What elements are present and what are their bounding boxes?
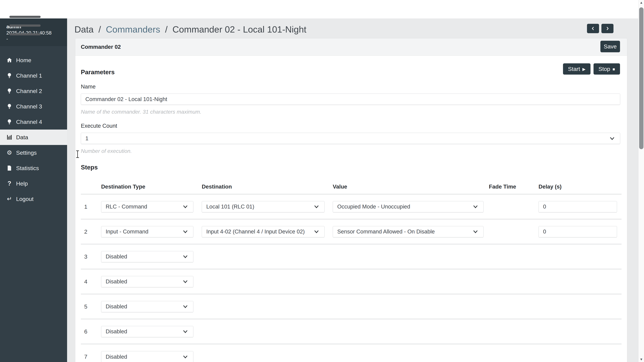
destination-select[interactable]: Local 101 (RLC 01) [202,201,324,212]
delay-input[interactable] [538,201,617,212]
bulb-icon [6,103,13,110]
steps-heading: Steps [81,164,622,171]
sidebar: admin 2025-04-20 21:40:58 - Home Channel… [0,18,67,362]
chevron-down-icon [473,230,478,233]
col-fade-time: Fade Time [484,184,538,190]
chevron-down-icon [183,280,188,283]
sidebar-item-channel-3[interactable]: Channel 3 [0,99,67,114]
col-destination: Destination [202,184,324,190]
sidebar-item-help[interactable]: ? Help [0,176,67,191]
chevron-down-icon [183,355,188,359]
prev-button[interactable] [587,24,599,33]
app-root: admin 2025-04-20 21:40:58 - Home Channel… [0,0,644,362]
sidebar-item-home[interactable]: Home [0,52,67,68]
breadcrumb-separator: / [96,24,103,34]
execute-count-select[interactable]: 1 [81,133,620,144]
step-row: 4 Disabled [81,269,622,294]
chevron-down-icon [314,230,319,233]
step-number: 1 [81,203,101,210]
parameters-heading: Parameters [81,56,622,76]
destination-type-select[interactable]: Disabled [101,276,193,287]
breadcrumb: Data / Commanders / Commander 02 - Local… [74,24,306,34]
steps-header-row: Destination Type Destination Value Fade … [81,179,622,194]
sidebar-item-data[interactable]: Data [0,130,67,145]
return-icon: ↵ [6,196,13,202]
hamburger-icon[interactable] [10,16,40,36]
user-extra: - [6,36,67,42]
gear-icon: ⚙ [6,149,13,156]
name-label: Name [81,83,622,90]
commander-card: Commander 02 Save Start▶ Stop■ Parameter… [75,38,627,362]
step-number: 2 [81,228,101,235]
sidebar-item-channel-4[interactable]: Channel 4 [0,114,67,130]
text-cursor [76,150,79,158]
sidebar-item-channel-1[interactable]: Channel 1 [0,68,67,83]
execute-count-label: Execute Count [81,123,622,129]
save-button[interactable]: Save [600,41,620,52]
chevron-down-icon [473,205,478,209]
destination-type-select[interactable]: Disabled [101,251,193,262]
scroll-up-icon[interactable]: ▲ [638,1,644,4]
sidebar-nav: Home Channel 1 Channel 2 Channel 3 Chann… [0,46,67,207]
steps-rows: 1 RLC - Command Local 101 (RLC 01) Occup… [81,194,622,362]
card-body: Start▶ Stop■ Parameters Name Name of the… [75,56,627,362]
play-icon: ▶ [582,67,586,71]
stop-button[interactable]: Stop■ [594,63,620,75]
scrollbar[interactable]: ▲ ▼ [638,0,644,362]
home-icon [6,57,13,63]
destination-type-select[interactable]: Input - Command [101,226,193,237]
step-row: 2 Input - Command Input 4-02 (Channel 4 … [81,219,622,244]
destination-type-select[interactable]: Disabled [101,301,193,312]
sidebar-item-logout[interactable]: ↵ Logout [0,191,67,207]
chevron-left-icon [591,26,595,31]
destination-type-select[interactable]: Disabled [101,351,193,362]
chevron-down-icon [183,330,188,333]
chevron-down-icon [183,205,188,209]
card-title: Commander 02 [81,44,121,50]
destination-type-select[interactable]: RLC - Command [101,201,193,212]
destination-select[interactable]: Input 4-02 (Channel 4 / Input Device 02) [202,226,324,237]
chevron-right-icon [605,26,610,31]
bulb-icon [6,72,13,79]
step-number: 4 [81,278,101,285]
document-icon [6,165,13,171]
step-number: 7 [81,354,101,360]
run-actions: Start▶ Stop■ [561,63,620,75]
delay-input[interactable] [538,226,617,237]
question-icon: ? [6,180,13,187]
bulb-icon [6,118,13,125]
step-row: 1 RLC - Command Local 101 (RLC 01) Occup… [81,194,622,219]
chevron-down-icon [183,255,188,258]
breadcrumb-section[interactable]: Data [74,24,94,34]
destination-type-select[interactable]: Disabled [101,326,193,337]
bulb-icon [6,88,13,94]
sidebar-item-settings[interactable]: ⚙ Settings [0,145,67,160]
breadcrumb-current: Commander 02 - Local 101-Night [172,24,306,34]
step-row: 5 Disabled [81,294,622,319]
sidebar-item-channel-2[interactable]: Channel 2 [0,83,67,99]
scrollbar-thumb[interactable] [639,7,644,149]
card-header: Commander 02 Save [75,38,627,56]
chevron-down-icon [183,305,188,308]
chevron-down-icon [610,137,615,140]
step-row: 6 Disabled [81,319,622,344]
main-content: Data / Commanders / Commander 02 - Local… [67,18,638,362]
breadcrumb-separator: / [163,24,170,34]
col-value: Value [333,184,484,190]
name-input[interactable] [81,93,620,105]
value-select[interactable]: Occupied Mode - Unoccupied [333,201,484,212]
next-button[interactable] [602,24,614,33]
chevron-down-icon [314,205,319,209]
value-select[interactable]: Sensor Command Allowed - On Disable [333,226,484,237]
start-button[interactable]: Start▶ [563,63,590,75]
step-row: 3 Disabled [81,244,622,269]
execute-count-helper: Number of execution. [81,148,622,154]
sidebar-item-statistics[interactable]: Statistics [0,160,67,176]
pager [585,24,614,33]
breadcrumb-category[interactable]: Commanders [106,24,160,34]
step-number: 3 [81,253,101,260]
step-number: 5 [81,303,101,310]
step-row: 7 Disabled [81,344,622,362]
scroll-down-icon[interactable]: ▼ [638,358,644,361]
bar-chart-icon [6,134,13,141]
